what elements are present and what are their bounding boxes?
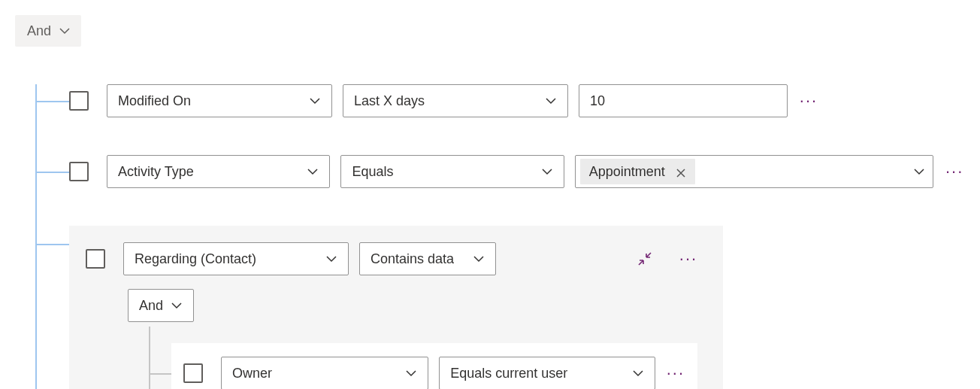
chevron-down-icon [171,299,183,312]
group-operator-dropdown[interactable]: And [128,289,194,322]
chevron-down-icon [405,367,417,379]
tree-line [149,327,150,389]
attribute-dropdown[interactable]: Activity Type [107,155,330,188]
root-operator-dropdown[interactable]: And [15,15,81,47]
operator-label: Equals current user [450,366,567,381]
close-icon[interactable] [676,166,686,177]
operator-label: Last X days [354,93,425,109]
group-header: Regarding (Contact) Contains data ··· [86,242,706,275]
operator-dropdown[interactable]: Equals [340,155,564,188]
value-text: 10 [590,93,605,109]
value-tag: Appointment [580,159,695,184]
chevron-down-icon [473,253,485,265]
chevron-down-icon [307,166,319,178]
filter-row: Activity Type Equals Appointment ··· [24,155,965,188]
relation-dropdown[interactable]: Contains data [359,242,496,275]
tree-connector [35,172,69,173]
value-input[interactable]: 10 [579,84,788,117]
related-entity-dropdown[interactable]: Regarding (Contact) [123,242,349,275]
row-more-button[interactable]: ··· [666,364,685,382]
attribute-label: Modified On [118,93,191,109]
attribute-dropdown[interactable]: Modified On [107,84,332,117]
chevron-down-icon [632,367,644,379]
filter-row: Owner Equals current user ··· [171,343,697,389]
chevron-down-icon [325,253,337,265]
chevron-down-icon [913,166,925,178]
tree-connector [35,244,69,245]
attribute-label: Owner [232,366,272,381]
chevron-down-icon [541,166,553,178]
group-checkbox[interactable] [86,249,105,269]
chevron-down-icon [545,95,557,107]
operator-dropdown[interactable]: Last X days [343,84,568,117]
operator-dropdown[interactable]: Equals current user [439,357,655,389]
operator-label: Equals [352,164,393,180]
tag-label: Appointment [589,164,665,180]
row-checkbox[interactable] [183,363,203,383]
tree-connector [35,101,69,102]
row-checkbox[interactable] [69,91,89,111]
tree-line [35,84,37,389]
related-entity-label: Regarding (Contact) [135,251,256,267]
collapse-icon[interactable] [634,250,655,268]
value-tag-input[interactable]: Appointment [575,155,934,188]
row-more-button[interactable]: ··· [798,92,819,110]
row-more-button[interactable]: ··· [944,163,965,181]
chevron-down-icon [309,95,321,107]
group-operator-label: And [139,298,163,314]
related-entity-group: Regarding (Contact) Contains data ··· [69,226,723,389]
attribute-label: Activity Type [118,164,194,180]
chevron-down-icon [59,25,71,37]
group-more-button[interactable]: ··· [678,250,699,268]
filter-row: Modified On Last X days 10 ··· [24,84,965,117]
row-checkbox[interactable] [69,162,89,181]
relation-label: Contains data [371,251,454,267]
tree-connector [149,373,171,375]
attribute-dropdown[interactable]: Owner [221,357,428,389]
root-operator-label: And [27,23,51,39]
